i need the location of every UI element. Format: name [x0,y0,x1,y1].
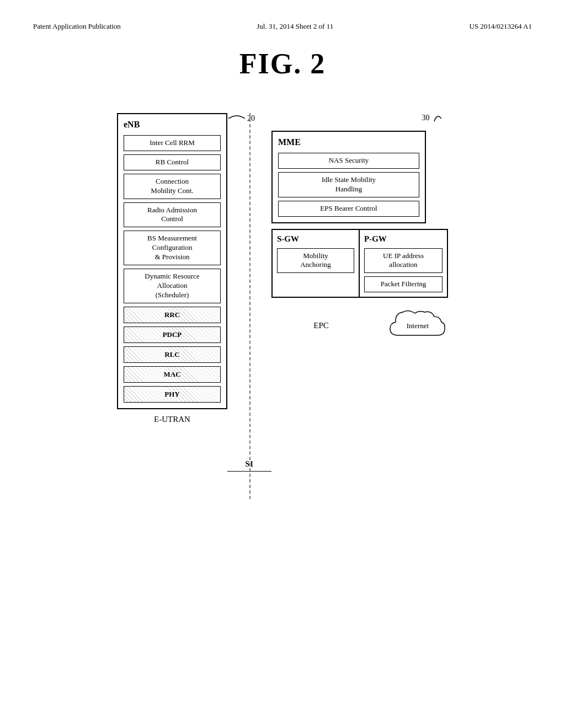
packet-filtering-box: Packet Filtering [364,276,443,292]
mme-ref-container: 30 [271,113,448,125]
bottom-label-row: EPC Internet [271,308,448,344]
enb-box: eNB Inter Cell RRM RB Control Connection… [117,113,227,409]
enb-label: eNB [124,120,221,130]
diagram: eNB Inter Cell RRM RB Control Connection… [33,113,532,499]
eutran-label: E-UTRAN [154,415,190,424]
mme-ref-arc [431,113,443,124]
mme-ref: 30 [271,113,448,124]
enb-column: eNB Inter Cell RRM RB Control Connection… [117,113,227,499]
internet-cloud: Internet [387,308,448,344]
s1-line [227,471,271,472]
header-date-sheet: Jul. 31, 2014 Sheet 2 of 11 [257,22,333,31]
page-header: Patent Application Publication Jul. 31, … [33,22,532,31]
gw-row: S-GW MobilityAnchoring P-GW UE IP addres… [271,229,448,298]
mac-box: MAC [124,366,221,383]
header-publication: Patent Application Publication [33,22,121,31]
interface-column: S1 [227,113,271,499]
rb-control-box: RB Control [124,154,221,170]
inter-cell-rrm-box: Inter Cell RRM [124,135,221,151]
idle-state-box: Idle State MobilityHandling [278,172,419,197]
s1-dashed-line [249,113,250,499]
right-column: 30 MME NAS Security Idle State MobilityH… [271,113,448,499]
ue-ip-box: UE IP addressallocation [364,248,443,274]
epc-label: EPC [271,321,371,330]
rlc-box: RLC [124,346,221,363]
gw-container: S-GW MobilityAnchoring P-GW UE IP addres… [271,229,448,298]
pdcp-box: PDCP [124,326,221,343]
pgw-box: P-GW UE IP addressallocation Packet Filt… [360,230,447,297]
nas-security-box: NAS Security [278,153,419,169]
mme-label: MME [278,137,419,147]
sgw-box: S-GW MobilityAnchoring [273,230,360,297]
header-patent-number: US 2014/0213264 A1 [470,22,532,31]
mobility-anchoring-box: MobilityAnchoring [277,248,354,274]
eps-bearer-box: EPS Bearer Control [278,201,419,217]
connection-mobility-box: ConnectionMobility Cont. [124,174,221,199]
figure-title: FIG. 2 [33,47,532,80]
internet-label: Internet [407,322,429,330]
dynamic-resource-box: Dynamic ResourceAllocation(Scheduler) [124,269,221,303]
sgw-label: S-GW [277,234,354,244]
bs-measurement-box: BS MeasurementConfiguration& Provision [124,231,221,265]
rrc-box: RRC [124,307,221,323]
pgw-label: P-GW [364,234,443,244]
mme-box: MME NAS Security Idle State MobilityHand… [271,131,426,223]
radio-admission-box: Radio AdmissionControl [124,202,221,228]
phy-box: PHY [124,386,221,403]
s1-label: S1 [246,460,254,469]
